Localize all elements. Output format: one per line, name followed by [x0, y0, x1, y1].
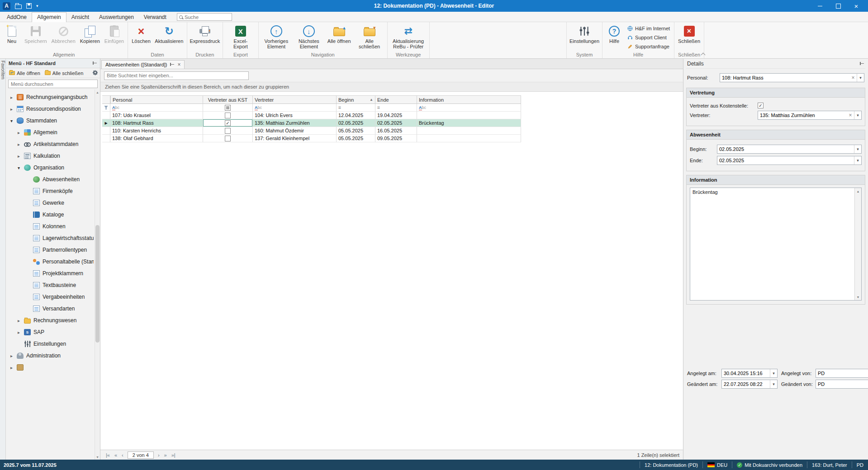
pager-last-button[interactable]: »|: [170, 452, 177, 458]
hilfe-button[interactable]: Hilfe: [604, 23, 625, 52]
alle-oeffnen-button[interactable]: Alle öffnen: [325, 23, 353, 52]
chevron-right-icon[interactable]: [10, 365, 16, 370]
sidebar-item-kolonnen[interactable]: Kolonnen: [6, 221, 100, 232]
vertreter-combo[interactable]: [758, 111, 862, 120]
sidebar-item-sap[interactable]: SSAP: [6, 326, 100, 338]
einfuegen-button[interactable]: Einfügen: [102, 23, 126, 52]
information-textarea[interactable]: Brückentag: [690, 188, 854, 300]
scroll-down-icon[interactable]: ▼: [95, 454, 100, 460]
expressdruck-button[interactable]: Expressdruck: [189, 23, 221, 52]
column-header-information[interactable]: Information: [417, 95, 521, 104]
ende-date-picker[interactable]: [717, 156, 862, 165]
save-quick-icon[interactable]: [26, 3, 32, 9]
filter-cell-information[interactable]: [417, 104, 521, 112]
group-by-bar[interactable]: Ziehen Sie eine Spaltenüberschrift in di…: [100, 82, 683, 92]
pager-prev-button[interactable]: ‹: [120, 452, 125, 458]
filter-cell-ende[interactable]: [375, 104, 417, 112]
sidebar-item-partial[interactable]: [6, 362, 100, 373]
column-header-vertreter[interactable]: Vertreter: [253, 95, 337, 104]
kst-checkbox[interactable]: [225, 120, 231, 126]
ribbon-collapse-icon[interactable]: [701, 53, 705, 56]
scroll-down-icon[interactable]: ▼: [855, 294, 861, 300]
sidebar-item-kalkulation[interactable]: Kalkulation: [6, 150, 100, 162]
table-row[interactable]: 107: Udo Krausel 104: Ulrich Evers 12.04…: [102, 112, 683, 119]
scroll-up-icon[interactable]: ▲: [855, 188, 861, 194]
sidebar-item-vergabeeinheiten[interactable]: Vergabeeinheiten: [6, 291, 100, 303]
kst-checkbox[interactable]: [225, 136, 231, 141]
angelegt-am-input[interactable]: [722, 371, 770, 376]
filter-cell-beginn[interactable]: [337, 104, 375, 112]
personal-input[interactable]: [720, 75, 849, 80]
open-file-icon[interactable]: [15, 5, 22, 9]
scroll-up-icon[interactable]: ▲: [95, 89, 100, 95]
column-header-personal[interactable]: Personal: [110, 95, 203, 104]
tab-allgemein[interactable]: Allgemein: [32, 12, 66, 22]
grid-search-input[interactable]: [104, 71, 249, 80]
dropdown-icon[interactable]: [770, 369, 777, 377]
geaendert-am-input[interactable]: [722, 381, 770, 387]
sidebar-item-organisation[interactable]: Organisation: [6, 162, 100, 174]
scrollbar-thumb[interactable]: [95, 225, 100, 343]
table-row[interactable]: 138: Olaf Gebhard 137: Gerald Kleinhempe…: [102, 135, 683, 142]
sidebar-item-partnerrollentypen[interactable]: Partnerrollentypen: [6, 244, 100, 256]
checkbox-indeterminate-icon[interactable]: [225, 105, 231, 111]
sidebar-item-rechnungseingangsbuch[interactable]: Rechnungseingangsbuch: [6, 91, 100, 103]
column-header-beginn[interactable]: Beginn: [337, 95, 375, 104]
ribbon-search-box[interactable]: [177, 13, 232, 21]
table-row[interactable]: 110: Karsten Henrichs 160: Mahmut Özdemi…: [102, 127, 683, 135]
angelegt-von-input[interactable]: [816, 369, 868, 377]
abbrechen-button[interactable]: Abbrechen: [49, 23, 78, 52]
sidebar-item-rechnungswesen[interactable]: Rechnungswesen: [6, 315, 100, 326]
quick-access-caret-icon[interactable]: ▾: [36, 4, 38, 8]
angelegt-von-field[interactable]: [816, 369, 868, 378]
sidebar-open-all-button[interactable]: Alle öffnen: [8, 70, 42, 77]
sidebar-item-allgemein[interactable]: Allgemein: [6, 127, 100, 138]
loeschen-button[interactable]: Löschen: [129, 23, 153, 52]
filter-cell-vertreter[interactable]: [253, 104, 337, 112]
sidebar-item-stammdaten[interactable]: Stammdaten: [6, 115, 100, 127]
sidebar-settings-button[interactable]: [92, 70, 98, 77]
sidebar-item-firmenkoepfe[interactable]: Firmenköpfe: [6, 185, 100, 197]
minimize-button[interactable]: [811, 0, 829, 11]
sidebar-item-administration[interactable]: Administration: [6, 350, 100, 362]
sidebar-item-artikelstammdaten[interactable]: Artikelstammdaten: [6, 138, 100, 150]
sidebar-item-personaltabelle[interactable]: Personaltabelle (Stamm): [6, 256, 100, 268]
angelegt-am-picker[interactable]: [721, 369, 778, 378]
vorheriges-element-button[interactable]: Vorheriges Element: [260, 23, 293, 52]
neu-button[interactable]: Neu: [1, 23, 22, 52]
filter-cell-vertreter-aus-kst[interactable]: [203, 104, 253, 112]
sidebar-search-input[interactable]: [9, 81, 97, 87]
geaendert-am-picker[interactable]: [721, 380, 778, 389]
geaendert-von-input[interactable]: [816, 380, 868, 388]
support-client-button[interactable]: Support Client: [625, 33, 673, 42]
beginn-date-picker[interactable]: [717, 145, 862, 154]
textarea-scrollbar[interactable]: ▲ ▼: [854, 188, 861, 300]
chevron-right-icon[interactable]: [18, 130, 24, 135]
chevron-down-icon[interactable]: [10, 118, 16, 123]
dropdown-icon[interactable]: [854, 156, 861, 164]
clear-icon[interactable]: [849, 75, 857, 81]
tab-ansicht[interactable]: Ansicht: [66, 13, 94, 22]
sidebar-search-box[interactable]: [8, 80, 98, 88]
hf-im-internet-button[interactable]: H&F im Internet: [625, 24, 673, 33]
sidebar-item-kataloge[interactable]: Kataloge: [6, 209, 100, 221]
einstellungen-button[interactable]: Einstellungen: [568, 23, 601, 52]
ende-input[interactable]: [717, 158, 854, 163]
pager-first-button[interactable]: |«: [104, 452, 112, 458]
sidebar-item-versandarten[interactable]: Versandarten: [6, 303, 100, 315]
sidebar-item-textbausteine[interactable]: Textbausteine: [6, 279, 100, 291]
clear-icon[interactable]: [847, 112, 854, 118]
geaendert-von-field[interactable]: [816, 380, 868, 389]
tab-auswertungen[interactable]: Auswertungen: [94, 13, 139, 22]
pager-next-button[interactable]: ›: [156, 452, 161, 458]
excel-export-button[interactable]: Excel-Export: [224, 23, 257, 52]
chevron-down-icon[interactable]: [18, 165, 24, 170]
dropdown-icon[interactable]: [770, 380, 777, 388]
sidebar-close-all-button[interactable]: Alle schließen: [43, 70, 85, 77]
sidebar-item-ressourcendisposition[interactable]: Ressourcendisposition: [6, 103, 100, 115]
table-row-selected[interactable]: 108: Hartmut Rass 135: Matthias Zurmühle…: [102, 119, 683, 127]
filter-cell-personal[interactable]: [110, 104, 203, 112]
document-tab-abwesenheiten[interactable]: Abwesenheiten ([Standard]): [101, 60, 185, 69]
sidebar-item-abwesenheiten[interactable]: Abwesenheiten: [6, 174, 100, 185]
chevron-right-icon[interactable]: [18, 318, 24, 323]
